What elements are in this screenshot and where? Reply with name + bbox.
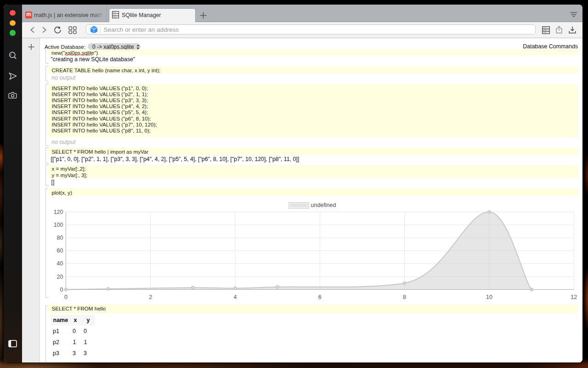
svg-text:120: 120 [54, 209, 63, 215]
svg-text:40: 40 [57, 260, 63, 267]
svg-text:20: 20 [57, 274, 63, 280]
svg-text:4: 4 [234, 294, 237, 300]
svg-text:60: 60 [57, 247, 63, 254]
svg-text:10: 10 [486, 294, 492, 300]
svg-text:0: 0 [64, 294, 68, 300]
svg-text:2: 2 [149, 294, 152, 300]
svg-text:100: 100 [54, 222, 63, 228]
svg-text:8: 8 [403, 294, 406, 300]
svg-text:12: 12 [571, 294, 577, 300]
svg-text:6: 6 [318, 294, 322, 300]
svg-text:80: 80 [57, 235, 63, 241]
svg-text:0: 0 [60, 287, 63, 293]
